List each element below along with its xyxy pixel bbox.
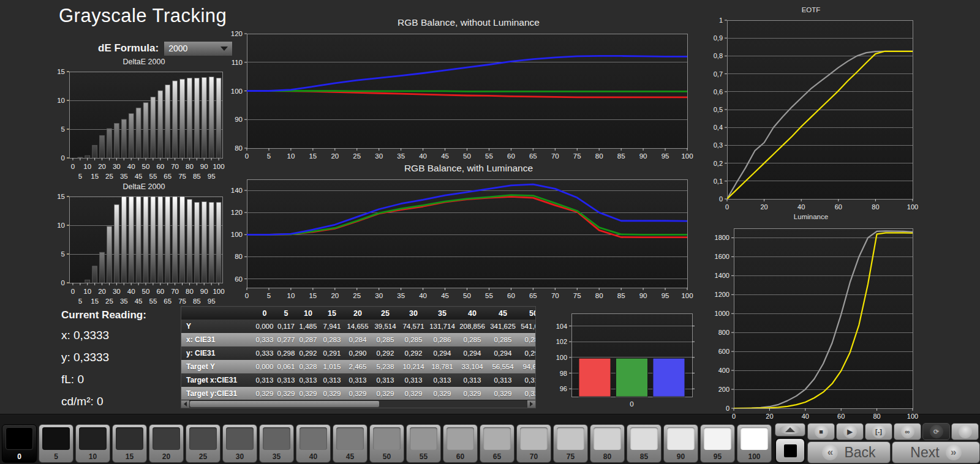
table-horizontal-scrollbar[interactable] bbox=[181, 400, 535, 408]
grayscale-patch-45[interactable]: 45 bbox=[333, 424, 368, 463]
tick-label: 85 bbox=[193, 173, 201, 180]
grayscale-patch-80[interactable]: 80 bbox=[590, 424, 625, 463]
grayscale-patch-65[interactable]: 65 bbox=[480, 424, 514, 463]
reading-x: x: 0,3333 bbox=[61, 329, 146, 342]
table-row[interactable]: Y0,0000,1171,4857,94114,65539,51474,5711… bbox=[181, 320, 536, 333]
stop-button[interactable]: ■ bbox=[807, 423, 835, 440]
row-label: Y bbox=[181, 322, 254, 331]
patch-swatch bbox=[263, 427, 290, 450]
table-row[interactable]: y: CIE310,3330,2980,2920,2910,2900,2920,… bbox=[181, 346, 536, 360]
tick-label: 100 bbox=[213, 288, 224, 295]
table-cell: 0,329 bbox=[371, 390, 399, 397]
deltae-bar bbox=[121, 119, 126, 158]
back-chevrons-icon: « bbox=[822, 444, 838, 460]
de-formula-dropdown[interactable]: 2000 bbox=[164, 41, 233, 56]
tick-label: 25 bbox=[105, 173, 113, 180]
tick-label: 80 bbox=[235, 144, 243, 152]
row-label: Target y:CIE31 bbox=[181, 389, 254, 398]
measurement-table: 05101520253035404550 Y0,0000,1171,4857,9… bbox=[181, 306, 536, 408]
scroll-right-arrow-icon[interactable] bbox=[527, 400, 535, 408]
grayscale-patch-95[interactable]: 95 bbox=[700, 424, 735, 463]
tick-label: 35 bbox=[120, 173, 128, 180]
table-cell: 0,292 bbox=[371, 350, 399, 357]
grayscale-patch-15[interactable]: 15 bbox=[112, 424, 147, 463]
table-cell: 0,292 bbox=[296, 350, 320, 357]
table-cell: 0,294 bbox=[428, 350, 457, 357]
back-button[interactable]: « Back bbox=[807, 441, 891, 463]
status-light-icon bbox=[959, 425, 972, 438]
table-row[interactable]: Target x:CIE310,3130,3130,3130,3130,3130… bbox=[181, 373, 536, 387]
grayscale-patch-55[interactable]: 55 bbox=[406, 424, 441, 463]
tick-label: 95 bbox=[662, 292, 669, 299]
scroll-left-arrow-icon[interactable] bbox=[181, 400, 189, 408]
next-button[interactable]: Next » bbox=[892, 441, 980, 463]
table-cell: 0,294 bbox=[518, 350, 536, 357]
table-cell: 0,285 bbox=[399, 336, 428, 343]
patch-swatch bbox=[79, 427, 107, 450]
grayscale-patch-75[interactable]: 75 bbox=[553, 424, 588, 463]
tick-label: 85 bbox=[617, 152, 625, 160]
table-cell: 0,313 bbox=[488, 376, 518, 384]
patch-swatch bbox=[42, 427, 70, 450]
tick-label: 80 bbox=[595, 152, 603, 160]
tick-label: 1400 bbox=[715, 272, 729, 279]
pattern-toolbar: 0510152025303540455055606570758085909510… bbox=[0, 414, 980, 464]
grayscale-patch-35[interactable]: 35 bbox=[259, 424, 294, 463]
rgb-levels-chart: 96981001021040 bbox=[553, 305, 697, 410]
table-row[interactable]: Target y:CIE310,3290,3290,3290,3290,3290… bbox=[181, 387, 536, 400]
tick-label: 120 bbox=[231, 209, 243, 216]
table-cell: 0,329 bbox=[518, 390, 536, 397]
grayscale-patch-70[interactable]: 70 bbox=[516, 424, 551, 463]
table-cell: 0,329 bbox=[457, 390, 488, 397]
patch-swatch bbox=[410, 427, 437, 450]
tick-label: 1000 bbox=[715, 310, 729, 317]
grayscale-patch-60[interactable]: 60 bbox=[443, 424, 478, 463]
series-line-target bbox=[734, 233, 913, 408]
grayscale-patch-50[interactable]: 50 bbox=[369, 424, 404, 463]
status-light-button[interactable] bbox=[951, 423, 979, 440]
table-cell: 0,313 bbox=[320, 376, 344, 384]
grayscale-patch-5[interactable]: 5 bbox=[39, 424, 74, 463]
deltae-bar bbox=[85, 155, 90, 158]
patch-label: 55 bbox=[407, 452, 440, 461]
grayscale-patch-30[interactable]: 30 bbox=[222, 424, 257, 463]
continuous-button[interactable]: ∞ bbox=[894, 423, 921, 440]
tick-label: 65 bbox=[164, 173, 172, 180]
tick-label: 40 bbox=[419, 152, 427, 160]
tick-label: 95 bbox=[662, 152, 669, 160]
grayscale-patch-10[interactable]: 10 bbox=[75, 424, 110, 463]
eotf-chart: EOTF 10,90,80,70,60,50,40,30,20,10020406… bbox=[704, 5, 918, 214]
tick-label: 20 bbox=[760, 203, 767, 211]
scrollbar-thumb[interactable] bbox=[190, 401, 379, 407]
grayscale-patch-100[interactable]: 100 bbox=[737, 424, 772, 463]
table-row[interactable]: Target Y0,0000,0610,3281,0152,4655,23810… bbox=[181, 360, 536, 373]
grayscale-patch-25[interactable]: 25 bbox=[186, 424, 221, 463]
grayscale-patch-40[interactable]: 40 bbox=[296, 424, 331, 463]
tick-label: 104 bbox=[556, 323, 567, 330]
patch-swatch bbox=[447, 427, 474, 450]
patch-swatch bbox=[6, 427, 33, 450]
table-row[interactable]: x: CIE310,3330,2770,2870,2830,2840,2850,… bbox=[181, 333, 536, 346]
tick-label: 60 bbox=[507, 152, 515, 160]
deltae-bar bbox=[194, 202, 199, 283]
patch-label: 70 bbox=[517, 452, 551, 461]
collapse-toolbar-button[interactable] bbox=[775, 423, 805, 436]
scrollbar-track[interactable] bbox=[189, 400, 527, 408]
table-cell: 0,000 bbox=[254, 363, 276, 370]
refresh-button[interactable]: ⟳ bbox=[922, 423, 950, 440]
patch-swatch bbox=[373, 427, 401, 450]
table-cell: 341,625 bbox=[488, 323, 518, 330]
table-cell: 0,283 bbox=[320, 336, 344, 343]
tick-label: 96 bbox=[560, 385, 567, 392]
chevron-up-icon bbox=[780, 425, 801, 434]
grayscale-patch-85[interactable]: 85 bbox=[627, 424, 662, 463]
grayscale-patch-90[interactable]: 90 bbox=[663, 424, 698, 463]
grayscale-patch-20[interactable]: 20 bbox=[149, 424, 184, 463]
grayscale-patch-0[interactable]: 0 bbox=[2, 424, 37, 463]
pattern-window-button[interactable] bbox=[775, 438, 805, 463]
single-measure-button[interactable]: [-] bbox=[865, 423, 892, 440]
tick-label: 20 bbox=[98, 288, 106, 295]
play-button[interactable]: ▶ bbox=[836, 423, 864, 440]
table-cell: 0,328 bbox=[296, 363, 320, 370]
deltae-bar bbox=[187, 200, 192, 283]
